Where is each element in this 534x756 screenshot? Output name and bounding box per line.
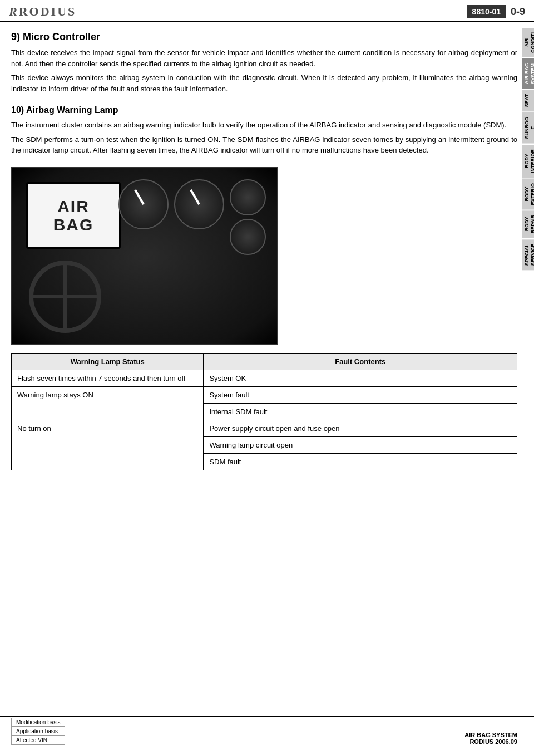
sidebar-tab-body-repair[interactable]: BODYREPAIR: [522, 210, 534, 238]
table-header-status: Warning Lamp Status: [12, 353, 204, 370]
table-cell-fault-3c: SDM fault: [204, 453, 517, 470]
sidebar-tab-body-interior[interactable]: BODYINTERIOR: [522, 145, 534, 178]
section10-para2: The SDM performs a turn-on test when the…: [11, 134, 517, 156]
section-warning-lamp: 10) Airbag Warning Lamp The instrument c…: [11, 105, 517, 156]
footer-labels: Modification basis Application basis Aff…: [11, 718, 65, 745]
sidebar-tab-sunroof[interactable]: SUNROOF: [522, 112, 534, 144]
page-footer: Modification basis Application basis Aff…: [11, 718, 517, 745]
table-cell-status-1: Flash seven times within 7 seconds and t…: [12, 370, 204, 386]
table-cell-status-2: Warning lamp stays ON: [12, 386, 204, 420]
sidebar-tab-special-service[interactable]: SPECIALSERVICE: [522, 239, 534, 270]
tachometer: [174, 179, 224, 229]
fault-table: Warning Lamp Status Fault Contents Flash…: [11, 353, 517, 470]
brand-logo: RRODIUS: [9, 4, 76, 19]
footer-system-name: AIR BAG SYSTEM: [464, 732, 517, 738]
table-cell-fault-2a: System fault: [204, 386, 517, 403]
steering-wheel: [29, 261, 101, 333]
sidebar-tab-air-condio[interactable]: AIRCONDITIO: [522, 28, 534, 57]
table-cell-fault-1: System OK: [204, 370, 517, 386]
right-sidebar: AIRCONDITIO AIR BAGSYSTEM SEAT SUNROOF B…: [522, 28, 534, 270]
airbag-label: AIR BAG: [53, 197, 94, 234]
table-row: Warning lamp stays ON System fault: [12, 386, 517, 403]
bottom-divider: [0, 716, 534, 717]
table-cell-fault-2b: Internal SDM fault: [204, 403, 517, 420]
section9-para1: This device receives the impact signal f…: [11, 47, 517, 69]
table-row: Flash seven times within 7 seconds and t…: [12, 370, 517, 386]
sidebar-tab-seat[interactable]: SEAT: [522, 90, 534, 111]
section-micro-controller: 9) Micro Controller This device receives…: [11, 31, 517, 94]
temp-gauge: [230, 219, 266, 255]
section10-para1: The instrument cluster contains an airba…: [11, 120, 517, 131]
table-row: No turn on Power supply circuit open and…: [12, 420, 517, 436]
footer-doc-ref: RODIUS 2006.09: [464, 738, 517, 745]
section10-heading: 10) Airbag Warning Lamp: [11, 105, 517, 115]
sidebar-tab-body-exterior[interactable]: BODYEXTERIO: [522, 179, 534, 210]
sidebar-tab-airbag[interactable]: AIR BAGSYSTEM: [522, 58, 534, 89]
table-cell-fault-3a: Power supply circuit open and fuse open: [204, 420, 517, 436]
gauge-cluster: [118, 179, 266, 255]
table-cell-status-3: No turn on: [12, 420, 204, 470]
footer-label-app: Application basis: [12, 727, 65, 736]
section9-heading: 9) Micro Controller: [11, 31, 517, 43]
footer-label-mod: Modification basis: [12, 718, 65, 727]
footer-label-vin: Affected VIN: [12, 736, 65, 744]
section9-para2: This device always monitors the airbag s…: [11, 72, 517, 94]
dashboard-image: AIR BAG: [11, 167, 278, 345]
footer-doc-info: AIR BAG SYSTEM RODIUS 2006.09: [464, 732, 517, 745]
page-code: 8810-01: [467, 5, 506, 18]
table-cell-fault-3b: Warning lamp circuit open: [204, 436, 517, 453]
table-header-fault: Fault Contents: [204, 353, 517, 370]
fuel-gauge: [230, 179, 266, 215]
speedometer: [118, 179, 169, 229]
main-content: 9) Micro Controller This device receives…: [11, 22, 517, 482]
airbag-indicator-box: AIR BAG: [26, 182, 121, 249]
header-right: 8810-01 0-9: [467, 5, 525, 18]
page-number: 0-9: [511, 6, 525, 18]
page-header: RRODIUS 8810-01 0-9: [0, 0, 534, 22]
